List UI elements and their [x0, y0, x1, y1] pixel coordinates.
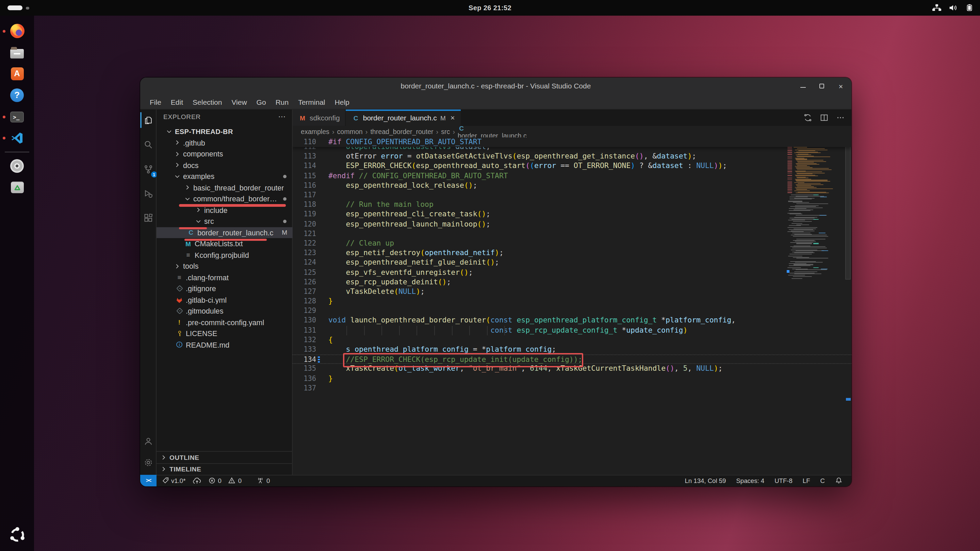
- menu-item-edit[interactable]: Edit: [166, 96, 188, 108]
- minimap[interactable]: [786, 137, 845, 475]
- line-number: 128: [293, 297, 316, 306]
- dock-item-vscode[interactable]: [0, 127, 34, 149]
- tree-item--gitignore[interactable]: .gitignore: [156, 283, 293, 294]
- breadcrumb[interactable]: examples›common›thread_border_router›src…: [293, 126, 851, 137]
- dock-item-firefox[interactable]: [0, 21, 34, 42]
- status-branch[interactable]: v1.0*: [159, 477, 189, 484]
- status-bell[interactable]: [832, 477, 846, 484]
- tree-item-common-thread-border-ro-[interactable]: common/thread_border_ro...: [156, 193, 293, 205]
- activity-files-icon[interactable]: [140, 115, 156, 125]
- tree-item-license[interactable]: LICENSE: [156, 328, 293, 339]
- minimap-line: [795, 195, 824, 196]
- minimap-line: [796, 181, 830, 182]
- breadcrumb-item[interactable]: examples: [301, 128, 329, 135]
- dock-item-disc[interactable]: [0, 155, 34, 176]
- chevron-right-icon: [174, 263, 180, 269]
- breadcrumb-item[interactable]: src: [441, 128, 450, 135]
- menu-item-go[interactable]: Go: [252, 96, 271, 108]
- status-c[interactable]: C: [817, 477, 828, 484]
- tree-item-components[interactable]: components: [156, 148, 293, 159]
- tree-item-kconfig-projbuild[interactable]: ≡Kconfig.projbuild: [156, 249, 293, 260]
- tree-item-examples[interactable]: examples: [156, 171, 293, 182]
- breadcrumb-item[interactable]: common: [337, 128, 363, 135]
- activity-extensions-icon[interactable]: [140, 213, 156, 223]
- minimize-button[interactable]: [799, 82, 807, 90]
- chevron-down-icon: [195, 218, 202, 224]
- explorer-more-icon[interactable]: ⋯: [278, 112, 286, 121]
- section-timeline[interactable]: TIMELINE: [156, 463, 293, 475]
- status-spaces-4[interactable]: Spaces: 4: [733, 477, 768, 484]
- scrollbar-thumb[interactable]: [845, 139, 851, 279]
- dock-item-terminal[interactable]: >_: [0, 106, 34, 127]
- open-changes-icon[interactable]: [804, 114, 812, 122]
- tree-item-tools[interactable]: tools: [156, 260, 293, 272]
- tree-item-src[interactable]: src: [156, 216, 293, 227]
- minimap-line: [789, 230, 813, 230]
- dock-item-help[interactable]: ?: [0, 85, 34, 106]
- close-button[interactable]: ×: [837, 82, 845, 90]
- activity-search-icon[interactable]: [140, 140, 156, 150]
- activity-settings-gear-icon[interactable]: [140, 457, 156, 467]
- tree-item-include[interactable]: include: [156, 205, 293, 216]
- remote-indicator[interactable]: ><: [140, 475, 156, 486]
- tree-item--github[interactable]: .github: [156, 137, 293, 148]
- menu-item-view[interactable]: View: [227, 96, 251, 108]
- tree-item-docs[interactable]: docs: [156, 159, 293, 171]
- tree-item-border-router-launch-c[interactable]: Cborder_router_launch.cM: [156, 227, 293, 238]
- minimap-line: [795, 180, 827, 181]
- tree-item-label: .gitignore: [186, 285, 216, 293]
- system-tray[interactable]: [932, 0, 974, 16]
- close-icon[interactable]: ×: [450, 114, 455, 122]
- clock[interactable]: Sep 26 21:52: [0, 0, 980, 16]
- activity-run-debug-icon[interactable]: [140, 189, 156, 198]
- tab-sdkconfig[interactable]: Msdkconfig: [293, 110, 346, 126]
- dock-item-software[interactable]: A: [0, 63, 34, 85]
- breadcrumb-separator: ›: [453, 128, 455, 135]
- code-line-135: 135 xTaskCreate(ot_task_worker, "ot_br_m…: [293, 364, 851, 374]
- menu-item-file[interactable]: File: [145, 96, 166, 108]
- show-apps-button[interactable]: [0, 524, 34, 546]
- split-editor-icon[interactable]: [820, 114, 828, 122]
- status-warning[interactable]: 0: [225, 477, 245, 484]
- dock: A?>_: [0, 16, 34, 551]
- breadcrumb-item[interactable]: thread_border_router: [370, 128, 433, 135]
- minimap-line: [788, 153, 792, 154]
- editor-scrollbar[interactable]: [845, 137, 851, 475]
- menu-item-help[interactable]: Help: [330, 96, 354, 108]
- status-ln-134-col-59[interactable]: Ln 134, Col 59: [681, 477, 729, 484]
- tree-item--clang-format[interactable]: ≡.clang-format: [156, 272, 293, 283]
- status-cloud-upload[interactable]: [189, 477, 205, 484]
- minimap-line: [788, 171, 792, 172]
- tree-item--gitlab-ci-yml[interactable]: .gitlab-ci.yml: [156, 294, 293, 305]
- line-number: 116: [293, 181, 316, 191]
- code-editor[interactable]: 110#if CONFIG_OPENTHREAD_BR_AUTO_START11…: [293, 137, 851, 475]
- minimap-line: [788, 220, 805, 221]
- activity-source-control-icon[interactable]: 1: [140, 164, 156, 174]
- dock-item-files[interactable]: [0, 42, 34, 63]
- minimap-line: [788, 175, 792, 175]
- section-outline[interactable]: OUTLINE: [156, 451, 293, 463]
- minimap-line: [788, 151, 792, 152]
- status-tower[interactable]: 0: [253, 477, 273, 484]
- menu-item-selection[interactable]: Selection: [188, 96, 227, 108]
- status-utf-8[interactable]: UTF-8: [771, 477, 796, 484]
- menu-item-terminal[interactable]: Terminal: [293, 96, 330, 108]
- dock-item-trash[interactable]: [0, 176, 34, 198]
- more-actions-icon[interactable]: [837, 114, 845, 122]
- tree-item-readme-md[interactable]: README.md: [156, 339, 293, 350]
- maximize-button[interactable]: [818, 82, 826, 90]
- menu-item-run[interactable]: Run: [271, 96, 294, 108]
- tree-item--pre-commit-config-yaml[interactable]: !.pre-commit-config.yaml: [156, 317, 293, 328]
- section-label: OUTLINE: [169, 454, 199, 461]
- tree-item-cmakelists-txt[interactable]: MCMakeLists.txt: [156, 238, 293, 249]
- minimap-line: [813, 267, 819, 268]
- breadcrumb-item[interactable]: Cborder_router_launch.c: [458, 124, 527, 139]
- status-lf[interactable]: LF: [799, 477, 814, 484]
- title-bar[interactable]: border_router_launch.c - esp-thread-br -…: [140, 78, 851, 95]
- status-error[interactable]: 0: [205, 477, 224, 484]
- activity-account-icon[interactable]: [140, 436, 156, 446]
- tree-item-basic-thread-border-router[interactable]: basic_thread_border_router: [156, 182, 293, 193]
- tree-item-root[interactable]: ESP-THREAD-BR: [156, 126, 293, 137]
- tab-border-router-launch-c[interactable]: Cborder_router_launch.cM×: [346, 110, 461, 126]
- tree-item--gitmodules[interactable]: .gitmodules: [156, 305, 293, 317]
